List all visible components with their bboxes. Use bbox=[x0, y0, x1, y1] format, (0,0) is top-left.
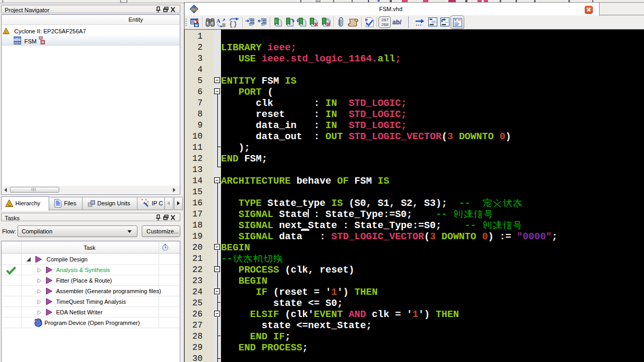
svg-text:A: A bbox=[216, 17, 220, 24]
svg-text:{}: {} bbox=[229, 20, 237, 28]
svg-text:abc: abc bbox=[191, 7, 197, 11]
svg-text:B: B bbox=[222, 22, 226, 28]
svg-text:VHD: VHD bbox=[14, 41, 21, 44]
